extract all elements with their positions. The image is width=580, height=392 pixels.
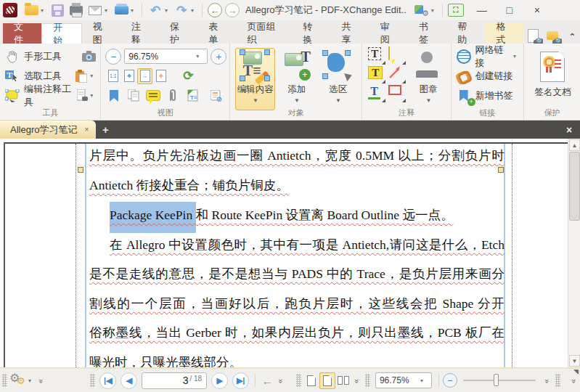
tab-form[interactable]: 表单 — [197, 23, 236, 44]
close-document-button[interactable]: × — [558, 121, 580, 139]
fit-width-button[interactable]: ↔ — [137, 68, 152, 84]
scrollbar-thumb[interactable] — [569, 152, 580, 221]
sticky-note-tool-button[interactable] — [388, 47, 406, 65]
search-comments-button[interactable] — [75, 88, 91, 104]
document-tab-active[interactable]: Allegro学习笔记 × — [0, 121, 96, 139]
undo-button[interactable]: ↶ — [147, 2, 163, 18]
resize-handle-right[interactable] — [498, 167, 504, 173]
status-options-button[interactable] — [9, 373, 28, 388]
web-link-caret[interactable]: ▾ — [513, 53, 519, 60]
typewriter-tool-button[interactable]: T — [368, 47, 385, 65]
status-zoom-combobox[interactable]: 96.75% ▾ — [375, 372, 432, 388]
paste-button[interactable] — [73, 68, 90, 84]
zoom-slider[interactable] — [463, 380, 536, 381]
edit-content-button[interactable]: T≡ 编辑内容 ▼ — [235, 48, 275, 110]
view-options-button[interactable]: ⚙ — [208, 88, 225, 104]
tab-comment[interactable]: 注释 — [121, 23, 159, 44]
close-button[interactable]: × — [526, 2, 548, 18]
text-line[interactable]: 是不是走线的意思，是不是想当与 PADS 中的 Trace，是负片层用来画分 — [89, 265, 505, 282]
text-line[interactable]: 曝光时，只曝光墨线部分。 — [89, 354, 505, 367]
expand-chevron-icon[interactable]: » — [353, 375, 362, 386]
comments-pane-button[interactable] — [144, 88, 162, 104]
rectangle-tool-button[interactable] — [388, 85, 406, 102]
open-dropdown-caret[interactable]: ▾ — [41, 7, 46, 14]
text-line[interactable]: 俗称墨线，当出 Gerber 时，如果内层出负片，则只出墨线，PCB 板厂在 — [89, 324, 505, 341]
fullscreen-button[interactable]: ⛶ — [448, 2, 464, 18]
expand-chevron-icon[interactable]: » — [543, 375, 552, 386]
open-file-button[interactable] — [23, 2, 39, 18]
history-forward-button[interactable]: → — [225, 3, 240, 17]
create-link-button[interactable]: 创建链接 — [456, 66, 520, 86]
two-page-layout-button[interactable] — [335, 372, 351, 389]
stamp-button[interactable]: 图章 ▼ — [410, 48, 446, 110]
find-in-document-icon[interactable] — [527, 29, 543, 44]
tab-file[interactable]: 文件 — [3, 23, 41, 44]
redo-dropdown-caret[interactable]: ▾ — [191, 7, 197, 14]
search-dropdown-caret[interactable]: ▾ — [90, 92, 96, 99]
tab-convert[interactable]: 转换 — [292, 23, 330, 44]
attachments-pane-button[interactable] — [164, 88, 181, 104]
snapshot-button[interactable] — [80, 49, 97, 65]
fields-pane-button[interactable]: T≡ — [184, 88, 201, 104]
edit-comment-tool-button[interactable]: 编辑注释工具 ▾ — [4, 86, 97, 105]
selected-text[interactable]: Package KeePin — [110, 202, 196, 233]
page-number-field[interactable]: 3 / 18 — [142, 372, 207, 389]
scroll-down-button[interactable]: ▼ — [569, 355, 580, 367]
hand-tool-button[interactable]: 手形工具 — [4, 46, 97, 66]
text-line[interactable]: 在 Allegro 中设置颜色时，其中有一项是 Antietch,请问这是什么，… — [89, 236, 505, 253]
first-page-button[interactable]: |◀ — [99, 372, 116, 389]
email-button[interactable] — [87, 2, 103, 18]
previous-page-button[interactable]: ◀ — [121, 372, 137, 389]
minimize-button[interactable]: — — [471, 2, 493, 18]
tab-share[interactable]: 共享 — [330, 23, 369, 44]
add-bookmark-button[interactable]: + 新增书签 — [456, 86, 520, 105]
paste-dropdown-caret[interactable]: ▾ — [90, 73, 96, 79]
single-page-layout-button[interactable] — [303, 372, 319, 389]
tab-format[interactable]: 格式 — [485, 23, 523, 44]
save-button[interactable] — [49, 2, 65, 18]
email-dropdown-caret[interactable]: ▾ — [105, 7, 110, 14]
tab-bookmarks[interactable]: 书签 — [408, 23, 446, 44]
redo-button[interactable]: ↷ — [173, 2, 189, 18]
print-button[interactable] — [68, 2, 84, 18]
highlight-text-tool-button[interactable]: T — [368, 66, 385, 83]
text-line[interactable]: 片层中。负片先沿板边画一圈 Antietch，宽度 0.5MM 以上；分割负片时 — [89, 147, 505, 164]
zoom-slider-knob[interactable] — [494, 374, 499, 386]
sign-document-button[interactable]: 签名文档 — [529, 48, 576, 110]
session-manager-button[interactable] — [414, 2, 430, 18]
zoom-in-button[interactable]: + — [211, 49, 226, 65]
last-page-button[interactable]: ▶| — [232, 372, 249, 389]
text-line[interactable]: Antietch 衔接处重合；铺负片铜皮。 — [89, 176, 505, 194]
rotate-view-button[interactable]: ⟳ — [179, 68, 197, 84]
tab-review[interactable]: 审阅 — [369, 23, 408, 44]
scroll-up-button[interactable]: ▲ — [569, 139, 580, 151]
vertical-scrollbar[interactable]: ▲ ▼ — [568, 139, 580, 367]
tab-protect[interactable]: 保护 — [159, 23, 197, 44]
scan-button[interactable] — [113, 2, 129, 18]
underline-text-tool-button[interactable]: T — [368, 85, 385, 102]
next-page-button[interactable]: ▶ — [211, 372, 228, 389]
selection-button[interactable]: 选区 ▼ — [318, 48, 358, 110]
collapse-ribbon-button[interactable]: ⌃ — [569, 32, 576, 41]
tab-help[interactable]: 帮助 — [446, 23, 485, 44]
scan-dropdown-caret[interactable]: ▾ — [131, 7, 136, 14]
text-line[interactable]: Package KeePin 和 Route KeePin 设置离 Board … — [89, 206, 505, 224]
find-in-folder-icon[interactable] — [546, 29, 562, 44]
text-line[interactable]: 割线的一个层面，当画好以后，跑负片层时，这些线会把 Shape 分开 — [89, 295, 505, 312]
document-canvas[interactable]: 片层中。负片先沿板边画一圈 Antietch，宽度 0.5MM 以上；分割负片时… — [0, 139, 580, 367]
fit-visible-button[interactable]: ✥ — [153, 68, 168, 84]
web-link-button[interactable]: 网络链接 ▾ — [456, 46, 520, 66]
thumbnails-pane-button[interactable] — [125, 88, 142, 104]
fit-page-button[interactable]: ✥ — [121, 68, 136, 84]
tab-home[interactable]: 开始 — [41, 23, 81, 44]
tab-view[interactable]: 视图 — [82, 23, 121, 44]
expand-chevron-icon[interactable]: » — [570, 375, 579, 386]
add-object-button[interactable]: T + 添加 ▼ — [277, 48, 316, 110]
previous-view-button[interactable]: ← — [259, 375, 275, 387]
bookmarks-pane-button[interactable] — [105, 88, 123, 104]
maximize-button[interactable]: □ — [499, 2, 520, 18]
tab-organize[interactable]: 页面组织 — [237, 23, 293, 44]
expand-chevron-icon[interactable]: » — [37, 375, 46, 386]
status-options-caret[interactable]: ▾ — [28, 377, 34, 384]
arrow-tool-button[interactable] — [388, 66, 406, 83]
